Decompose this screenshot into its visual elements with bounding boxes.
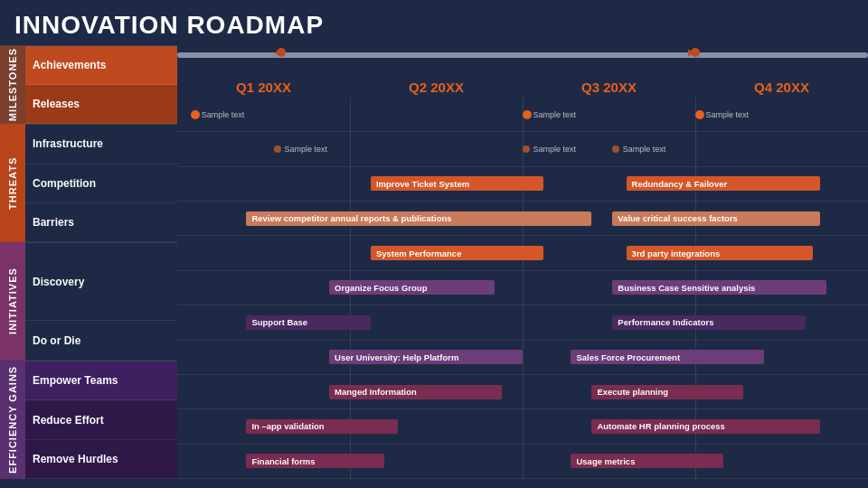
bar-app-validation: In –app validation [246, 419, 398, 434]
sidebar-item-releases: Releases [25, 85, 177, 124]
grid-area: Sample text Sample text Sample text Samp… [177, 98, 868, 479]
bar-system-perf: System Performance [371, 246, 543, 260]
q1-label: Q1 20XX [229, 79, 298, 96]
row-doeordie: User University: Help Platform Sales For… [177, 341, 868, 375]
bar-business-case: Business Case Sensitive analysis [612, 280, 826, 295]
dot-releases-2 [523, 145, 530, 153]
row-achievements: Sample text Sample text Sample text [177, 98, 868, 132]
nav-arrow-left[interactable]: ◀ [274, 47, 281, 57]
bar-automate-hr: Automate HR planning process [591, 419, 819, 434]
bar-manged-info: Manged Information [329, 385, 502, 399]
bar-improve-ticket: Improve Ticket System [371, 176, 543, 191]
row-barriers: System Performance 3rd party integration… [177, 236, 868, 270]
dot-achievements-3 [695, 110, 704, 119]
sidebar-item-empower: Empower Teams [25, 361, 177, 400]
q1-header: Q1 20XX [177, 65, 350, 98]
achievements-text-1: Sample text [202, 110, 245, 119]
cat-label-threats: Threats [0, 124, 25, 242]
app-container: INNOVATION ROADMAP Milestones Achievemen… [0, 0, 868, 479]
timeline-area: ◀ ▶ Q1 20XX Q2 20XX Q3 20XX Q4 20XX [177, 45, 868, 479]
bar-execute-planning: Execute planning [591, 385, 743, 399]
nav-arrow-right[interactable]: ▶ [688, 47, 695, 57]
sidebar-item-doeordie: Do or Die [25, 321, 177, 361]
row-remove: Financial forms Usage metrics [177, 445, 868, 479]
row-releases: Sample text Sample text Sample text [177, 132, 868, 166]
row-discovery2: Support Base Performance Indicators [177, 305, 868, 340]
releases-text-2: Sample text [533, 145, 576, 154]
q3-header: Q3 20XX [523, 65, 695, 98]
bar-focus-group: Organize Focus Group [329, 280, 495, 295]
bar-perf-indicators: Performance Indicators [612, 315, 806, 330]
sub-labels-efficiency: Empower Teams Reduce Effort Remove Hurdl… [25, 361, 177, 479]
bar-sales-force: Sales Force Procurement [571, 350, 764, 364]
sub-labels-threats: Infrastructure Competition Barriers [25, 124, 177, 242]
row-reduce: In –app validation Automate HR planning … [177, 409, 868, 444]
q4-header: Q4 20XX [695, 65, 868, 98]
bar-financial-forms: Financial forms [246, 454, 384, 468]
sidebar-item-competition: Competition [25, 164, 177, 203]
category-threats: Threats Infrastructure Competition Barri… [0, 124, 177, 242]
q2-label: Q2 20XX [401, 79, 471, 96]
sidebar-item-remove: Remove Hurdles [25, 440, 177, 479]
q3-label: Q3 20XX [574, 79, 644, 96]
row-infrastructure: Improve Ticket System Redundancy & Failo… [177, 167, 868, 202]
bar-redundancy: Redundancy & Failover [627, 176, 820, 191]
sidebar-item-barriers: Barriers [25, 203, 177, 242]
sidebar-item-infrastructure: Infrastructure [25, 125, 177, 164]
bar-usage-metrics: Usage metrics [571, 454, 722, 468]
category-initiatives: Initiatives Discovery Do or Die [0, 242, 177, 361]
row-competition: Review competitor annual reports & publi… [177, 202, 868, 236]
row-discovery: Organize Focus Group Business Case Sensi… [177, 271, 868, 305]
main-container: Milestones Achievements Releases Threats… [0, 45, 868, 479]
sidebar-item-achievements: Achievements [25, 46, 177, 85]
sidebar: Milestones Achievements Releases Threats… [0, 45, 177, 479]
quarter-headers: Q1 20XX Q2 20XX Q3 20XX Q4 20XX [177, 65, 868, 98]
q2-header: Q2 20XX [350, 65, 523, 98]
row-empower: Manged Information Execute planning [177, 375, 868, 409]
sidebar-item-reduce: Reduce Effort [25, 400, 177, 439]
bar-3rd-party: 3rd party integrations [627, 246, 813, 260]
releases-text-3: Sample text [623, 145, 666, 154]
bar-user-university: User University: Help Platform [329, 350, 523, 364]
bar-support-base: Support Base [246, 315, 371, 330]
bar-review-competitor: Review competitor annual reports & publi… [246, 211, 591, 226]
cat-label-efficiency: Efficiency Gains [0, 361, 25, 479]
dot-achievements-2 [523, 110, 532, 119]
category-milestones: Milestones Achievements Releases [0, 45, 177, 124]
dot-releases-3 [612, 145, 619, 153]
sub-labels-initiatives: Discovery Do or Die [25, 242, 177, 361]
releases-text-1: Sample text [284, 145, 327, 154]
dot-achievements-1 [191, 110, 200, 119]
achievements-text-3: Sample text [705, 110, 749, 119]
achievements-text-2: Sample text [533, 110, 576, 119]
cat-label-initiatives: Initiatives [0, 242, 25, 361]
bar-value-critical: Value critical success factors [612, 211, 819, 226]
q4-label: Q4 20XX [747, 79, 816, 96]
page-title: INNOVATION ROADMAP [0, 0, 868, 45]
sub-labels-milestones: Achievements Releases [25, 45, 177, 124]
sidebar-item-discovery: Discovery [25, 243, 177, 321]
category-efficiency: Efficiency Gains Empower Teams Reduce Ef… [0, 361, 177, 479]
scrubber-bar: ◀ ▶ [177, 45, 868, 65]
cat-label-milestones: Milestones [0, 45, 25, 124]
dot-releases-1 [274, 145, 281, 153]
